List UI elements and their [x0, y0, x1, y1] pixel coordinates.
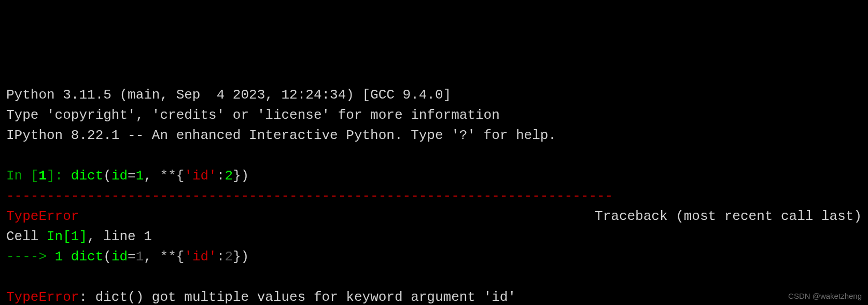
tb-val2: 2	[225, 249, 233, 265]
traceback-arrow: ---->	[6, 249, 55, 265]
prompt-number: 1	[38, 168, 47, 184]
code-arg-name: id	[111, 168, 128, 184]
error-message: dict() got multiple values for keyword a…	[95, 289, 516, 305]
input-line[interactable]: In [1]: dict(id=1, **{'id':2})	[6, 166, 862, 186]
code-func: dict	[71, 168, 103, 184]
tb-close: })	[233, 249, 249, 265]
traceback-code-line: ----> 1 dict(id=1, **{'id':2})	[6, 247, 862, 267]
tb-arg-name: id	[111, 249, 128, 265]
tb-eq: =	[128, 249, 136, 265]
code-kwargs: **{	[160, 168, 185, 184]
terminal-output: Python 3.11.5 (main, Sep 4 2023, 12:24:3…	[6, 85, 862, 305]
prompt-in-close: ]:	[47, 168, 71, 184]
ipython-line: IPython 8.22.1 -- An enhanced Interactiv…	[6, 126, 862, 146]
code-open-paren: (	[103, 168, 111, 184]
error-colon: :	[79, 289, 95, 305]
code-colon: :	[217, 168, 225, 184]
traceback-header-row: TypeErrorTraceback (most recent call las…	[6, 206, 862, 227]
traceback-cell-line: Cell In[1], line 1	[6, 227, 862, 247]
tb-func: dict	[71, 249, 103, 265]
blank-line-2	[6, 267, 862, 287]
error-type-name: TypeError	[6, 206, 79, 227]
error-message-line: TypeError: dict() got multiple values fo…	[6, 287, 862, 305]
tb-arg-val: 1	[136, 249, 144, 265]
code-arg-val: 1	[136, 168, 144, 184]
code-eq: =	[128, 168, 136, 184]
traceback-separator: ----------------------------------------…	[6, 186, 862, 206]
code-close: })	[233, 168, 249, 184]
cell-in-bracket: In[1]	[47, 229, 87, 244]
python-version-line: Python 3.11.5 (main, Sep 4 2023, 12:24:3…	[6, 85, 862, 105]
code-val2: 2	[225, 168, 233, 184]
cell-prefix: Cell	[6, 229, 47, 244]
error-prefix: TypeError	[6, 289, 79, 305]
watermark: CSDN @waketzheng	[788, 290, 862, 302]
prompt-in-open: In [	[6, 168, 38, 184]
tb-open-paren: (	[103, 249, 111, 265]
tb-comma: ,	[144, 249, 160, 265]
blank-line	[6, 146, 862, 166]
cell-line-suffix: , line 1	[87, 229, 152, 244]
code-comma: ,	[144, 168, 160, 184]
code-key: 'id'	[184, 168, 216, 184]
tb-colon: :	[217, 249, 225, 265]
tb-key: 'id'	[184, 249, 216, 265]
copyright-line: Type 'copyright', 'credits' or 'license'…	[6, 105, 862, 126]
traceback-line-no: 1	[55, 249, 71, 265]
tb-kwargs: **{	[160, 249, 185, 265]
traceback-label: Traceback (most recent call last)	[595, 206, 862, 227]
